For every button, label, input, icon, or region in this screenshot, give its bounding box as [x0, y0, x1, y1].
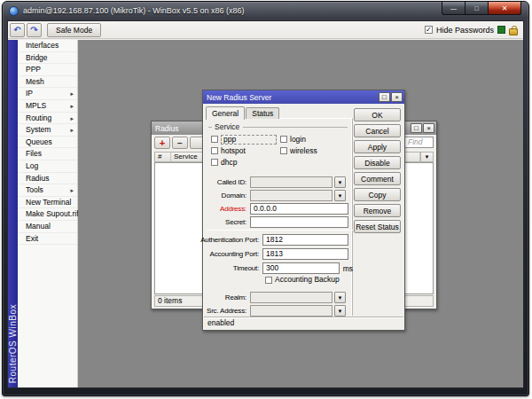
text-input-accounting-port[interactable]: 1813: [262, 248, 348, 260]
sidebar-item-label: Tools: [26, 185, 43, 194]
submenu-arrow-icon: ▸: [70, 100, 74, 113]
submenu-arrow-icon: ▸: [70, 124, 74, 137]
checkbox-box: [211, 136, 218, 143]
remove-radius-server-button[interactable]: −: [172, 137, 188, 149]
submenu-arrow-icon: ▸: [70, 184, 74, 197]
sidebar-item-ppp[interactable]: PPP: [18, 64, 77, 76]
field-label: Realm:: [207, 293, 246, 301]
dialog-maximize-button[interactable]: □: [379, 92, 390, 102]
sidebar-item-tools[interactable]: Tools▸: [18, 184, 77, 197]
combo-field-src-address[interactable]: [250, 305, 332, 317]
apply-button[interactable]: Apply: [354, 140, 401, 153]
service-checkboxes: ppphotspotdhcp loginwireless: [208, 135, 348, 169]
sidebar-item-bridge[interactable]: Bridge: [18, 52, 77, 65]
tab-general[interactable]: General: [206, 106, 245, 120]
tab-status[interactable]: Status: [246, 107, 279, 119]
maximize-button[interactable]: □: [466, 2, 489, 15]
column-header-[interactable]: #: [155, 153, 171, 161]
sidebar-item-label: Exit: [26, 234, 38, 243]
undo-button[interactable]: ↶: [10, 23, 25, 37]
disable-button[interactable]: Disable: [354, 156, 401, 169]
sidebar-item-new-terminal[interactable]: New Terminal: [18, 197, 77, 209]
checkbox-dhcp[interactable]: dhcp: [211, 158, 280, 167]
sidebar-item-label: Queues: [26, 137, 52, 146]
field-label: Domain:: [207, 192, 246, 200]
radius-maximize-button[interactable]: □: [411, 123, 422, 133]
field-label: Accounting Port:: [207, 250, 259, 258]
combo-dropdown-button[interactable]: ▼: [334, 176, 346, 188]
undo-icon: ↶: [13, 25, 20, 35]
submenu-arrow-icon: ▸: [70, 88, 74, 100]
checkbox-wireless[interactable]: wireless: [280, 146, 348, 155]
column-dropdown-button[interactable]: ▼: [420, 153, 433, 161]
sidebar-item-label: Radius: [26, 174, 49, 183]
text-input-address[interactable]: 0.0.0.0: [250, 203, 348, 215]
sidebar-item-queues[interactable]: Queues: [18, 137, 77, 149]
combo-field-domain[interactable]: [250, 190, 332, 201]
find-input[interactable]: Find: [404, 137, 434, 148]
winbox-app-window: admin@192.168.87.100 (MikroTik) - WinBox…: [2, 1, 529, 396]
checkbox-ppp[interactable]: ppp: [211, 135, 280, 144]
combo-field-realm[interactable]: [250, 292, 332, 303]
combo-dropdown-button[interactable]: ▼: [334, 190, 346, 201]
field-row-timeout: Timeout:300ms: [207, 262, 353, 274]
checkbox-box: [280, 136, 287, 143]
field-separator: [207, 230, 353, 231]
field-row-secret: Secret:: [207, 216, 353, 228]
sidebar-item-mpls[interactable]: MPLS▸: [18, 100, 77, 113]
sidebar-item-interfaces[interactable]: Interfaces: [18, 40, 77, 52]
safe-mode-button[interactable]: Safe Mode: [47, 23, 101, 37]
field-label-text: Src. Address:: [207, 307, 246, 315]
dialog-titlebar[interactable]: New Radius Server □ ×: [203, 90, 404, 104]
sidebar-item-exit[interactable]: Exit: [18, 233, 77, 246]
cancel-button[interactable]: Cancel: [354, 124, 401, 137]
hide-passwords-label: Hide Passwords: [436, 26, 494, 35]
sidebar-item-label: Bridge: [26, 53, 48, 62]
sidebar-item-manual[interactable]: Manual: [18, 221, 77, 233]
ok-button[interactable]: OK: [354, 108, 401, 121]
dialog-close-button[interactable]: ×: [391, 92, 403, 102]
brand-text: RouterOS WinBox: [8, 304, 18, 383]
sidebar-item-make-supout-rif[interactable]: Make Supout.rif: [18, 208, 77, 221]
field-label-text: Secret:: [225, 218, 246, 226]
sidebar-item-mesh[interactable]: Mesh: [18, 76, 77, 89]
window-controls: — □ ✕: [442, 2, 521, 15]
sidebar-item-label: Files: [26, 149, 42, 158]
text-input-authentication-port[interactable]: 1812: [262, 234, 348, 246]
redo-button[interactable]: ↷: [27, 23, 42, 37]
service-col-1: ppphotspotdhcp: [211, 135, 280, 169]
checkbox-accounting-backup[interactable]: Accounting Backup: [265, 276, 340, 285]
text-input-timeout[interactable]: 300: [262, 262, 340, 274]
window-title: admin@192.168.87.100 (MikroTik) - WinBox…: [23, 6, 244, 15]
dialog-buttons: OKCancelApplyDisableCommentCopyRemoveRes…: [354, 108, 401, 236]
combo-field-called-id[interactable]: [250, 176, 332, 188]
add-radius-server-button[interactable]: +: [154, 137, 170, 149]
checkbox-login[interactable]: login: [280, 135, 348, 144]
workspace: Radius □ × + − Find #Service▼ 0 items: [78, 40, 523, 387]
checkbox-label: hotspot: [221, 147, 246, 155]
sidebar-item-label: Mesh: [26, 77, 44, 86]
minimize-button[interactable]: —: [442, 2, 466, 15]
hide-passwords-checkbox[interactable]: ✓: [425, 26, 433, 34]
sidebar-item-routing[interactable]: Routing▸: [18, 113, 77, 125]
field-label: Timeout:: [207, 264, 259, 272]
combo-dropdown-button[interactable]: ▼: [334, 292, 346, 303]
reset-status-button[interactable]: Reset Status: [354, 220, 401, 233]
field-row-src-address: Src. Address:▼: [207, 305, 353, 317]
sidebar-item-files[interactable]: Files: [18, 148, 77, 160]
brand-strip: RouterOS WinBox: [8, 40, 18, 387]
combo-dropdown-button[interactable]: ▼: [334, 305, 346, 317]
text-input-secret[interactable]: [250, 216, 348, 228]
sidebar-item-radius[interactable]: Radius: [18, 173, 77, 185]
radius-close-button[interactable]: ×: [423, 123, 434, 133]
sidebar-item-ip[interactable]: IP▸: [18, 88, 77, 100]
sidebar-item-system[interactable]: System▸: [18, 124, 77, 137]
sidebar-item-log[interactable]: Log: [18, 160, 77, 173]
comment-button[interactable]: Comment: [354, 172, 401, 185]
copy-button[interactable]: Copy: [354, 188, 401, 201]
remove-button[interactable]: Remove: [354, 204, 401, 217]
close-button[interactable]: ✕: [489, 2, 521, 15]
checkbox-label: ppp: [221, 135, 277, 145]
checkbox-hotspot[interactable]: hotspot: [211, 146, 280, 155]
field-label-text: Accounting Port:: [210, 250, 260, 258]
